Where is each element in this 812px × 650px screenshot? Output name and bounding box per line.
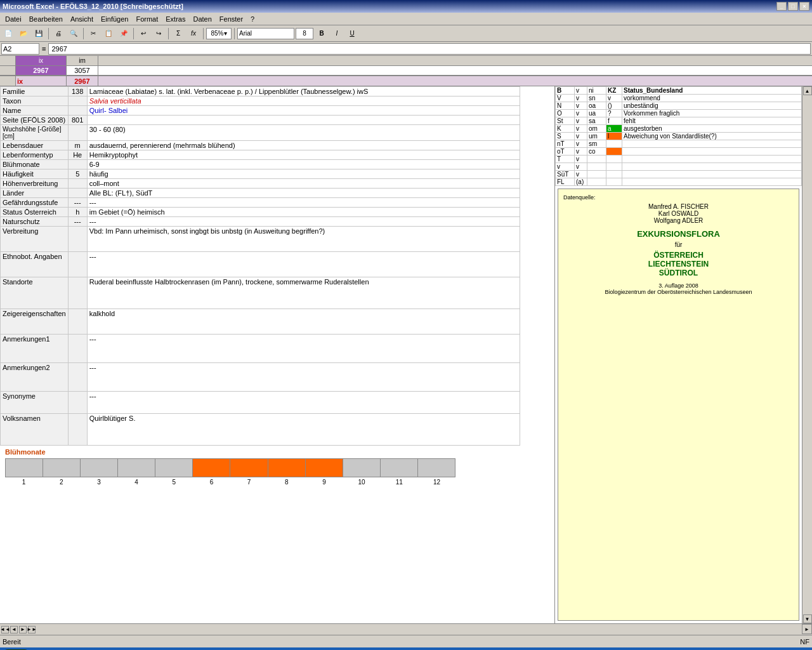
v-scrollbar[interactable]: ▲ ▼ [802, 86, 812, 623]
status-row-o: O v ua ? Vorkommen fraglich [556, 110, 802, 117]
h-scroll-track[interactable] [37, 624, 802, 635]
ethno-label: Ethnobot. Angaben [1, 252, 69, 277]
cut-btn[interactable]: ✂ [86, 27, 100, 41]
ix-value[interactable]: 2967 [16, 66, 67, 75]
familie-label: Familie [1, 87, 69, 96]
quest1-val: ? [606, 110, 622, 117]
status-row-sut: SüT v [556, 171, 802, 178]
gefahrd-label: Gefährdungsstufe [1, 198, 69, 208]
lebens-value: ausdauernd, perennierend (mehrmals blühe… [87, 141, 520, 150]
print-btn[interactable]: 🖨 [51, 27, 65, 41]
lander-value: Alle BL: (FL†), SüdT [87, 189, 520, 198]
st-label: St [556, 117, 575, 125]
month-8 [268, 459, 306, 477]
underline-btn[interactable]: U [345, 27, 359, 41]
status-row-st: St v sa f fehlt [556, 117, 802, 125]
sel-value: 2967 [67, 76, 98, 86]
ix-header[interactable]: ix [16, 56, 67, 65]
bold-btn[interactable]: B [315, 27, 329, 41]
menu-extras[interactable]: Extras [162, 14, 189, 24]
fx-btn[interactable]: fx [187, 27, 200, 41]
status-row-k: K v om a ausgestorben [556, 125, 802, 133]
vorkommend-label: vorkommend [622, 95, 802, 102]
status-row: Status Österreich h im Gebiet (=Ö) heimi… [1, 208, 520, 217]
stand-row: Standorte Ruderal beeinflusste Halbtrock… [1, 277, 520, 309]
sheet-prev-btn[interactable]: ◄ [10, 626, 18, 633]
sel-label: ix [16, 76, 67, 86]
sa-val: sa [587, 117, 606, 125]
paste-btn[interactable]: 📌 [117, 27, 131, 41]
zoom-box[interactable]: 85%▾ [206, 28, 232, 39]
autosum-btn[interactable]: Σ [171, 27, 185, 41]
seite-row: Seite (EFÖLS 2008) 801 [1, 116, 520, 125]
italic-btn[interactable]: I [330, 27, 344, 41]
row-num-header [0, 56, 16, 65]
month-3 [81, 459, 118, 477]
mlbl-8: 8 [268, 479, 305, 486]
undo-btn[interactable]: ↩ [136, 27, 150, 41]
menu-bearbeiten[interactable]: Bearbeiten [25, 14, 67, 24]
anm2-label: Anmerkungen2 [1, 363, 69, 392]
menu-ansicht[interactable]: Ansicht [67, 14, 97, 24]
font-box[interactable]: Arial [237, 28, 294, 39]
window-controls[interactable]: _ □ × [776, 2, 809, 11]
menu-help[interactable]: ? [247, 14, 258, 24]
maximize-btn[interactable]: □ [788, 2, 798, 11]
menu-fenster[interactable]: Fenster [216, 14, 247, 24]
menu-einfugen[interactable]: Einfügen [97, 14, 132, 24]
name-value: Quirl- Salbei [87, 106, 520, 116]
cell-reference[interactable]: A2 [1, 43, 39, 55]
formula-input[interactable]: 2967 [48, 43, 811, 55]
sheet-next-btn[interactable]: ► [19, 626, 27, 633]
menu-format[interactable]: Format [132, 14, 162, 24]
new-btn[interactable]: 📄 [1, 27, 15, 41]
name-row: Name Quirl- Salbei [1, 106, 520, 116]
data-table: Familie 138 Lamiaceae (Labiatae) s. lat.… [0, 86, 520, 446]
sheet-first-btn[interactable]: ◄◄ [1, 626, 9, 633]
scroll-down-btn[interactable]: ▼ [803, 614, 812, 623]
seite-label: Seite (EFÖLS 2008) [1, 116, 69, 125]
spreadsheet-area: Familie 138 Lamiaceae (Labiatae) s. lat.… [0, 86, 554, 623]
sheet-tabs-row: ◄◄ ◄ ► ►► ► [0, 623, 812, 635]
status-value: im Gebiet (=Ö) heimisch [87, 208, 520, 217]
mlbl-3: 3 [80, 479, 117, 486]
t-empty3 [622, 156, 802, 163]
familie-row: Familie 138 Lamiaceae (Labiatae) s. lat.… [1, 87, 520, 96]
v2-val: v [575, 95, 587, 102]
mlbl-4: 4 [118, 479, 155, 486]
v4-val: v [575, 110, 587, 117]
minimize-btn[interactable]: _ [776, 2, 787, 11]
gefahrd-value: --- [87, 198, 520, 208]
v10-val: v [575, 156, 587, 163]
anm1-label: Anmerkungen1 [1, 335, 69, 363]
haufig-row: Häufigkeit 5 häufig [1, 169, 520, 179]
stand-value: Ruderal beeinflusste Halbtrockenrasen (i… [87, 277, 520, 309]
selection-row: ix 2967 [0, 76, 812, 86]
book-fur: für [563, 241, 794, 248]
t-empty2 [606, 156, 622, 163]
scroll-right-btn[interactable]: ► [802, 624, 812, 634]
lander-label: Länder [1, 189, 69, 198]
bluh-row: Blühmonate 6-9 [1, 160, 520, 169]
mlbl-6: 6 [193, 479, 230, 486]
im-value: 3057 [67, 66, 98, 75]
sut-empty3 [622, 171, 802, 178]
menu-datei[interactable]: Datei [1, 14, 25, 24]
verbr-row: Verbreitung Vbd: Im Pann urheimisch, son… [1, 227, 520, 252]
preview-btn[interactable]: 🔍 [67, 27, 81, 41]
v-vorkommend: v [606, 95, 622, 102]
sheet-last-btn[interactable]: ►► [28, 626, 36, 633]
redo-btn[interactable]: ↪ [152, 27, 166, 41]
scroll-up-btn[interactable]: ▲ [803, 86, 812, 95]
month-5 [155, 459, 193, 477]
column-header-row: ix im [0, 56, 812, 66]
size-box[interactable]: 8 [296, 28, 313, 39]
month-9 [306, 459, 343, 477]
close-btn[interactable]: × [799, 2, 809, 11]
open-btn[interactable]: 📂 [16, 27, 30, 41]
menu-daten[interactable]: Daten [189, 14, 215, 24]
anm2-value: --- [87, 363, 520, 392]
save-btn[interactable]: 💾 [32, 27, 46, 41]
copy-btn[interactable]: 📋 [102, 27, 115, 41]
status-row-fl: FL (a) [556, 178, 802, 186]
